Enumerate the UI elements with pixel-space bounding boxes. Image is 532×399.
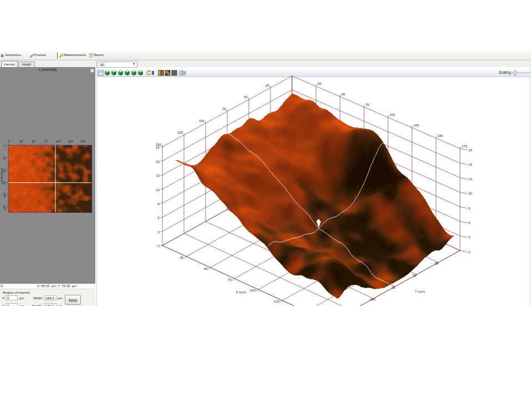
svg-text:25: 25 (3, 157, 6, 160)
svg-text:75: 75 (228, 278, 232, 282)
svg-text:50: 50 (3, 169, 6, 172)
svg-text:100: 100 (199, 119, 205, 122)
svg-text:25: 25 (19, 140, 23, 143)
svg-text:75: 75 (365, 103, 369, 106)
svg-text:13: 13 (156, 173, 160, 177)
svg-text:75: 75 (391, 285, 395, 289)
svg-text:0: 0 (158, 244, 160, 248)
svg-text:5: 5 (158, 216, 160, 219)
svg-text:10: 10 (156, 188, 160, 192)
svg-text:y (microns): y (microns) (0, 168, 3, 185)
svg-text:75: 75 (222, 107, 226, 111)
svg-text:150: 150 (437, 134, 443, 137)
svg-text:13: 13 (468, 177, 472, 181)
svg-text:25: 25 (434, 261, 438, 265)
svg-text:3: 3 (468, 235, 470, 239)
svg-text:125: 125 (274, 299, 280, 303)
svg-text:15: 15 (468, 162, 472, 166)
svg-text:125: 125 (68, 140, 73, 143)
svg-text:X (µm): X (µm) (236, 290, 246, 294)
svg-text:50: 50 (32, 140, 35, 143)
svg-text:75: 75 (3, 181, 6, 185)
svg-text:75: 75 (44, 140, 48, 143)
svg-text:0: 0 (8, 140, 10, 143)
svg-text:50: 50 (341, 92, 345, 96)
svg-text:175: 175 (462, 144, 468, 148)
svg-text:Y (µm): Y (µm) (415, 289, 425, 293)
svg-text:100: 100 (390, 112, 396, 116)
svg-text:10: 10 (468, 191, 472, 195)
svg-text:100: 100 (370, 297, 376, 301)
svg-text:50: 50 (204, 267, 208, 270)
svg-text:150: 150 (80, 140, 85, 143)
svg-text:8: 8 (468, 206, 470, 210)
svg-text:125: 125 (177, 130, 183, 134)
svg-text:8: 8 (158, 202, 160, 206)
svg-text:25: 25 (265, 83, 269, 87)
svg-text:0: 0 (468, 250, 470, 254)
svg-text:100: 100 (3, 193, 6, 198)
svg-text:50: 50 (244, 95, 248, 99)
svg-text:125: 125 (3, 206, 6, 211)
svg-text:5: 5 (468, 221, 470, 224)
svg-text:125: 125 (413, 123, 420, 127)
svg-text:25: 25 (180, 255, 183, 259)
svg-text:0: 0 (3, 145, 6, 147)
svg-text:100: 100 (250, 288, 256, 292)
svg-text:50: 50 (413, 273, 417, 277)
svg-text:3: 3 (158, 230, 160, 234)
svg-text:15: 15 (156, 160, 160, 163)
svg-text:100: 100 (56, 140, 61, 143)
svg-text:25: 25 (318, 81, 321, 85)
svg-text:18: 18 (156, 145, 160, 149)
svg-text:18: 18 (468, 148, 472, 152)
